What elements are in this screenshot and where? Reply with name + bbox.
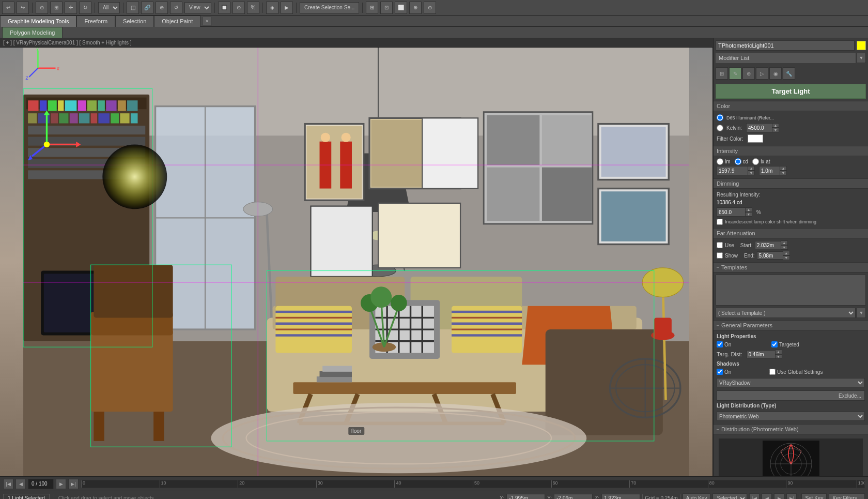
tab-freeform[interactable]: Freeform [76, 16, 115, 27]
templates-arrow[interactable]: ▼ [857, 308, 866, 318]
helper-btn1[interactable]: ⊞ [366, 2, 378, 14]
color-section-header[interactable]: Color [714, 101, 868, 111]
dim-down[interactable]: ▼ [745, 212, 752, 217]
td-down[interactable]: ▼ [775, 354, 782, 359]
helper-btn5[interactable]: ⊙ [424, 2, 436, 14]
tab-selection[interactable]: Selection [115, 16, 154, 27]
selected-dropdown[interactable]: Selected [712, 493, 747, 500]
tab-object-paint[interactable]: Object Paint [154, 16, 200, 27]
intensity-input[interactable] [717, 166, 748, 175]
exclude-btn[interactable]: Exclude... [717, 390, 865, 401]
rotate-btn[interactable]: ↻ [79, 2, 91, 14]
playback-play[interactable]: ▶ [774, 493, 784, 500]
create-selection-btn[interactable]: Create Selection Se... [300, 2, 359, 13]
auto-key-btn[interactable]: Auto Key [683, 493, 711, 500]
atten-end-input[interactable] [757, 251, 783, 260]
far-atten-header[interactable]: Far Attenuation [714, 228, 868, 238]
quick-render-btn[interactable]: ▶ [281, 2, 293, 14]
intensity-dist-input[interactable] [759, 166, 780, 175]
as-down[interactable]: ▼ [781, 245, 788, 250]
viewport[interactable]: x y z floor [0, 48, 713, 476]
kelvin-input[interactable] [746, 123, 772, 132]
light-on-checkbox[interactable] [717, 341, 723, 347]
select-filter-btn[interactable]: ◫ [127, 2, 139, 14]
percent-snap-btn[interactable]: % [247, 2, 259, 14]
int-up[interactable]: ▲ [748, 166, 755, 171]
dimming-header[interactable]: Dimming [714, 178, 868, 189]
key-filters-btn[interactable]: Key Filters... [829, 493, 865, 500]
lxat-radio[interactable] [752, 158, 759, 165]
kelvin-up[interactable]: ▲ [772, 123, 779, 128]
shadow-type-select[interactable]: VRayShadow [717, 378, 865, 387]
dim-up[interactable]: ▲ [745, 207, 752, 212]
incandescent-checkbox[interactable] [717, 219, 723, 225]
move-transform-btn[interactable]: ⊕ [156, 2, 168, 14]
filter-color-swatch[interactable] [748, 134, 763, 143]
atten-use-checkbox[interactable] [717, 242, 723, 248]
ae-up[interactable]: ▲ [783, 251, 790, 255]
templates-section-header[interactable]: – Templates [714, 262, 868, 273]
timeline-play[interactable]: ▶ [56, 479, 66, 489]
dist-type-select[interactable]: Photometric Web [717, 412, 865, 421]
helper-btn4[interactable]: ⊕ [409, 2, 422, 14]
redo-btn[interactable]: ↪ [17, 2, 29, 14]
intensity-section-header[interactable]: Intensity [714, 146, 868, 156]
timeline-start[interactable]: |◀ [3, 479, 13, 489]
timeline-next[interactable]: ▶| [68, 479, 79, 489]
int-down[interactable]: ▼ [748, 171, 755, 175]
tab-graphite[interactable]: Graphite Modeling Tools [0, 16, 76, 27]
cd-radio[interactable] [735, 158, 741, 165]
atten-show-checkbox[interactable] [717, 252, 723, 259]
view-dropdown[interactable]: View [184, 2, 211, 13]
object-color-swatch[interactable] [857, 41, 866, 50]
dimming-input[interactable] [717, 207, 745, 217]
as-up[interactable]: ▲ [781, 240, 788, 245]
td-up[interactable]: ▲ [775, 350, 782, 354]
intd-down[interactable]: ▼ [780, 171, 787, 175]
atten-start-input[interactable] [755, 241, 781, 249]
kelvin-radio[interactable] [717, 125, 723, 131]
link-btn[interactable]: 🔗 [141, 2, 153, 14]
modifier-arrow[interactable]: ▼ [857, 53, 866, 63]
templates-select[interactable]: ( Select a Template ) [716, 308, 856, 318]
shadows-on-checkbox[interactable] [717, 369, 723, 375]
panel-icon-general[interactable]: ⊞ [716, 67, 728, 80]
panel-icon-display[interactable]: ◉ [769, 67, 782, 80]
lm-radio[interactable] [717, 158, 723, 165]
tab-polygon-modeling[interactable]: Polygon Modeling [2, 27, 63, 38]
playback-next[interactable]: ▶| [786, 493, 797, 500]
intd-up[interactable]: ▲ [780, 166, 787, 171]
general-params-header[interactable]: – General Parameters [714, 320, 868, 330]
ae-down[interactable]: ▼ [783, 255, 790, 260]
helper-btn2[interactable]: ⊡ [380, 2, 393, 14]
z-coord-field[interactable] [601, 494, 640, 500]
timeline-prev[interactable]: ◀ [16, 479, 26, 489]
all-dropdown[interactable]: All [98, 2, 120, 13]
panel-icon-modify[interactable]: ✎ [729, 67, 741, 80]
x-coord-field[interactable] [506, 494, 545, 500]
kelvin-down[interactable]: ▼ [772, 128, 779, 132]
photoweb-header[interactable]: – Distribution (Photometric Web) [714, 424, 868, 434]
render-btn[interactable]: ◈ [266, 2, 278, 14]
angle-snap-btn[interactable]: ⊙ [233, 2, 245, 14]
menubar-close[interactable]: ✕ [203, 17, 212, 26]
timeline-ruler[interactable]: 0 10 20 30 40 50 60 70 80 90 100 [81, 480, 865, 488]
snap-btn[interactable]: 🔲 [218, 2, 230, 14]
panel-icon-motion[interactable]: ▷ [756, 67, 768, 80]
panel-icon-utils[interactable]: 🔧 [783, 67, 795, 80]
select-obj-btn[interactable]: ⊙ [36, 2, 48, 14]
panel-icon-hierarchy[interactable]: ⊕ [742, 67, 755, 80]
targ-dist-input[interactable] [747, 350, 775, 358]
move-btn[interactable]: ✛ [65, 2, 77, 14]
object-name-input[interactable] [716, 40, 855, 51]
set-key-btn[interactable]: Set Key [801, 493, 827, 500]
targeted-checkbox[interactable] [771, 341, 778, 347]
rotate-transform-btn[interactable]: ↺ [170, 2, 182, 14]
playback-prev[interactable]: ◀ [762, 493, 772, 500]
playback-start[interactable]: |◀ [749, 493, 760, 500]
d65-radio[interactable] [717, 114, 723, 121]
select-region-btn[interactable]: ⊞ [50, 2, 63, 14]
undo-btn[interactable]: ↩ [2, 2, 14, 14]
helper-btn3[interactable]: ⬜ [395, 2, 407, 14]
use-global-checkbox[interactable] [769, 369, 776, 375]
